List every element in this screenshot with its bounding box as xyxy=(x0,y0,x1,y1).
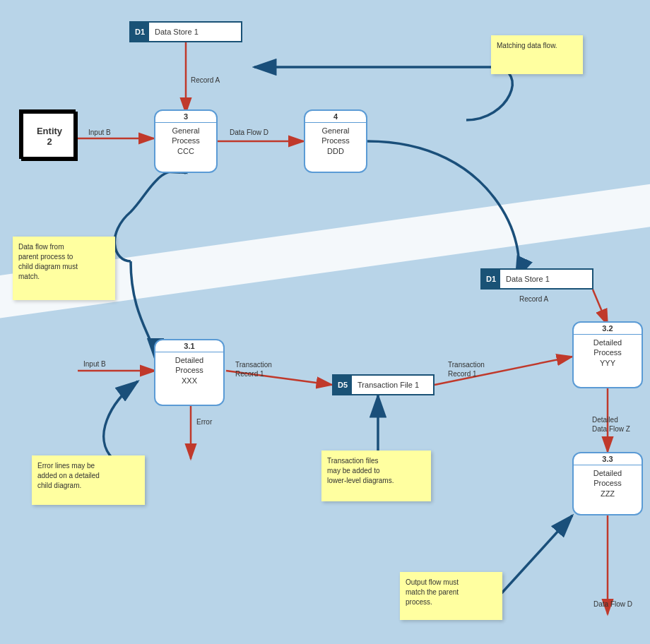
process-3: 3 GeneralProcessCCC xyxy=(154,109,218,173)
data-store-d5: D5 Transaction File 1 xyxy=(332,374,435,395)
svg-line-6 xyxy=(593,290,608,325)
flow-label-record-a-bottom: Record A xyxy=(519,295,548,303)
process-3-3: 3.3 DetailedProcessZZZ xyxy=(572,452,643,515)
data-store-1-bottom: D1 Data Store 1 xyxy=(480,268,593,290)
process-3-1-label: DetailedProcessXXX xyxy=(155,352,223,388)
flow-label-data-flow-d-bottom: Data Flow D xyxy=(593,600,632,608)
data-store-id: D1 xyxy=(131,23,149,41)
sticky-data-flow-parent: Data flow fromparent process tochild dia… xyxy=(13,237,115,300)
process-4: 4 GeneralProcessDDD xyxy=(304,109,367,173)
process-3-2-num: 3.2 xyxy=(574,323,642,335)
process-3-label: GeneralProcessCCC xyxy=(155,123,216,159)
sticky-error-lines: Error lines may beadded on a detailedchi… xyxy=(32,455,145,505)
data-store-label-2: Data Store 1 xyxy=(500,272,555,286)
flow-label-input-b-bottom: Input B xyxy=(83,360,106,368)
process-3-num: 3 xyxy=(155,111,216,123)
flow-label-transaction-record-1-left: TransactionRecord 1 xyxy=(235,360,272,378)
svg-line-14 xyxy=(502,515,572,593)
process-3-3-label: DetailedProcessZZZ xyxy=(574,465,642,501)
sticky-matching-data-flow: Matching data flow. xyxy=(491,35,583,74)
process-3-3-num: 3.3 xyxy=(574,453,642,465)
process-3-1: 3.1 DetailedProcessXXX xyxy=(154,339,225,406)
process-3-2: 3.2 DetailedProcessYYY xyxy=(572,321,643,388)
sticky-transaction-files: Transaction filesmay be added tolower-le… xyxy=(321,451,431,501)
process-3-2-label: DetailedProcessYYY xyxy=(574,335,642,371)
flow-label-detailed-data-flow-z: DetailedData Flow Z xyxy=(592,415,630,434)
flow-label-record-a-top: Record A xyxy=(191,76,220,84)
flow-label-error: Error xyxy=(196,418,212,426)
data-store-d5-label: Transaction File 1 xyxy=(352,378,425,392)
arrows-layer xyxy=(0,0,650,644)
data-store-1-top: D1 Data Store 1 xyxy=(129,21,242,42)
flow-label-data-flow-d-top: Data Flow D xyxy=(230,129,268,136)
process-3-1-num: 3.1 xyxy=(155,340,223,352)
sticky-output-flow: Output flow mustmatch the parentprocess. xyxy=(400,572,502,620)
process-4-num: 4 xyxy=(305,111,366,123)
data-store-id-2: D1 xyxy=(482,270,500,288)
entity-2: Entity2 xyxy=(21,112,78,161)
data-store-d5-id: D5 xyxy=(333,376,352,394)
flow-label-input-b-top: Input B xyxy=(88,129,111,136)
process-4-label: GeneralProcessDDD xyxy=(305,123,366,159)
data-store-label: Data Store 1 xyxy=(149,25,204,39)
flow-label-transaction-record-1-right: TransactionRecord 1 xyxy=(448,360,485,378)
